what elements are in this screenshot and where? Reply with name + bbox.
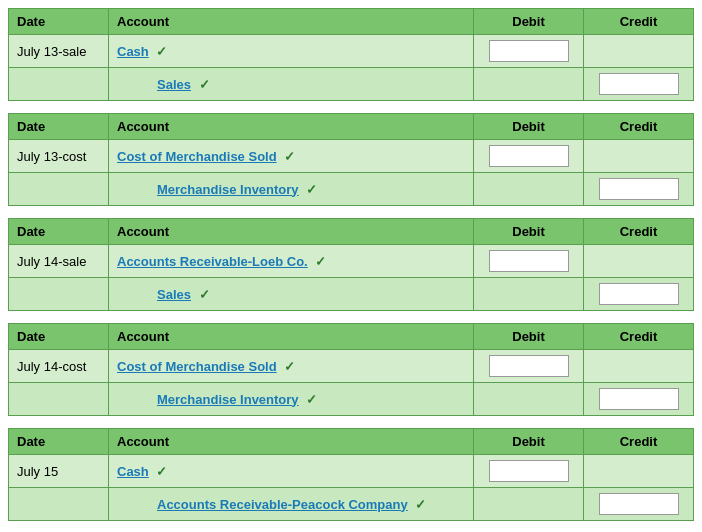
table-row: July 14-sale Accounts Receivable-Loeb Co… bbox=[9, 245, 694, 278]
checkmark-icon: ✓ bbox=[415, 497, 426, 512]
account-name-sales-1[interactable]: Sales bbox=[157, 77, 191, 92]
account-name-coms-2[interactable]: Cost of Merchandise Sold bbox=[117, 359, 277, 374]
table-row: Sales ✓ bbox=[9, 278, 694, 311]
debit-cell bbox=[474, 383, 584, 416]
debit-input[interactable] bbox=[489, 250, 569, 272]
col-date-1: Date bbox=[9, 9, 109, 35]
debit-cell bbox=[474, 140, 584, 173]
account-name-mi-2[interactable]: Merchandise Inventory bbox=[157, 392, 299, 407]
journal-table-5: Date Account Debit Credit July 15 Cash ✓… bbox=[8, 428, 694, 521]
debit-cell bbox=[474, 455, 584, 488]
col-debit-4: Debit bbox=[474, 324, 584, 350]
credit-cell bbox=[584, 173, 694, 206]
account-name-arloeb[interactable]: Accounts Receivable-Loeb Co. bbox=[117, 254, 308, 269]
account-cell: Cash ✓ bbox=[109, 35, 474, 68]
checkmark-icon: ✓ bbox=[306, 182, 317, 197]
col-credit-1: Credit bbox=[584, 9, 694, 35]
credit-cell bbox=[584, 68, 694, 101]
col-account-5: Account bbox=[109, 429, 474, 455]
account-name-cash-1[interactable]: Cash bbox=[117, 44, 149, 59]
debit-cell bbox=[474, 488, 584, 521]
account-name-mi-1[interactable]: Merchandise Inventory bbox=[157, 182, 299, 197]
debit-cell bbox=[474, 35, 584, 68]
debit-cell bbox=[474, 173, 584, 206]
account-cell: Cost of Merchandise Sold ✓ bbox=[109, 350, 474, 383]
col-credit-5: Credit bbox=[584, 429, 694, 455]
credit-cell bbox=[584, 140, 694, 173]
date-label: July 15 bbox=[17, 464, 58, 479]
checkmark-icon: ✓ bbox=[199, 287, 210, 302]
journal-table-2: Date Account Debit Credit July 13-cost C… bbox=[8, 113, 694, 206]
date-cell: July 14-cost bbox=[9, 350, 109, 383]
journal-table-1: Date Account Debit Credit July 13-sale C… bbox=[8, 8, 694, 101]
checkmark-icon: ✓ bbox=[284, 149, 295, 164]
date-label: July 14-cost bbox=[17, 359, 86, 374]
debit-input[interactable] bbox=[489, 145, 569, 167]
date-cell bbox=[9, 173, 109, 206]
table-row: July 13-cost Cost of Merchandise Sold ✓ bbox=[9, 140, 694, 173]
col-credit-3: Credit bbox=[584, 219, 694, 245]
date-label: July 13-sale bbox=[17, 44, 86, 59]
date-label: July 14-sale bbox=[17, 254, 86, 269]
credit-input[interactable] bbox=[599, 283, 679, 305]
date-cell bbox=[9, 278, 109, 311]
credit-cell bbox=[584, 245, 694, 278]
credit-cell bbox=[584, 278, 694, 311]
account-cell: Merchandise Inventory ✓ bbox=[109, 383, 474, 416]
checkmark-icon: ✓ bbox=[306, 392, 317, 407]
journal-table-4: Date Account Debit Credit July 14-cost C… bbox=[8, 323, 694, 416]
account-cell: Merchandise Inventory ✓ bbox=[109, 173, 474, 206]
col-credit-4: Credit bbox=[584, 324, 694, 350]
date-label: July 13-cost bbox=[17, 149, 86, 164]
account-cell: Cash ✓ bbox=[109, 455, 474, 488]
checkmark-icon: ✓ bbox=[315, 254, 326, 269]
credit-cell bbox=[584, 383, 694, 416]
credit-cell bbox=[584, 350, 694, 383]
checkmark-icon: ✓ bbox=[156, 464, 167, 479]
credit-input[interactable] bbox=[599, 388, 679, 410]
col-debit-5: Debit bbox=[474, 429, 584, 455]
debit-cell bbox=[474, 278, 584, 311]
table-row: Merchandise Inventory ✓ bbox=[9, 383, 694, 416]
date-cell: July 15 bbox=[9, 455, 109, 488]
account-name-sales-2[interactable]: Sales bbox=[157, 287, 191, 302]
date-cell: July 13-sale bbox=[9, 35, 109, 68]
checkmark-icon: ✓ bbox=[156, 44, 167, 59]
table-row: Merchandise Inventory ✓ bbox=[9, 173, 694, 206]
col-date-3: Date bbox=[9, 219, 109, 245]
col-debit-2: Debit bbox=[474, 114, 584, 140]
checkmark-icon: ✓ bbox=[284, 359, 295, 374]
credit-cell bbox=[584, 488, 694, 521]
debit-input[interactable] bbox=[489, 460, 569, 482]
account-name-cash-2[interactable]: Cash bbox=[117, 464, 149, 479]
credit-input[interactable] bbox=[599, 178, 679, 200]
account-cell: Sales ✓ bbox=[109, 68, 474, 101]
debit-input[interactable] bbox=[489, 40, 569, 62]
date-cell bbox=[9, 383, 109, 416]
table-row: July 14-cost Cost of Merchandise Sold ✓ bbox=[9, 350, 694, 383]
account-cell: Accounts Receivable-Peacock Company ✓ bbox=[109, 488, 474, 521]
account-name-coms-1[interactable]: Cost of Merchandise Sold bbox=[117, 149, 277, 164]
date-cell: July 14-sale bbox=[9, 245, 109, 278]
credit-cell bbox=[584, 35, 694, 68]
account-name-arpeacock[interactable]: Accounts Receivable-Peacock Company bbox=[157, 497, 408, 512]
table-row: July 13-sale Cash ✓ bbox=[9, 35, 694, 68]
account-cell: Sales ✓ bbox=[109, 278, 474, 311]
credit-input[interactable] bbox=[599, 73, 679, 95]
col-date-5: Date bbox=[9, 429, 109, 455]
date-cell: July 13-cost bbox=[9, 140, 109, 173]
credit-input[interactable] bbox=[599, 493, 679, 515]
col-debit-1: Debit bbox=[474, 9, 584, 35]
account-cell: Cost of Merchandise Sold ✓ bbox=[109, 140, 474, 173]
debit-cell bbox=[474, 245, 584, 278]
debit-input[interactable] bbox=[489, 355, 569, 377]
checkmark-icon: ✓ bbox=[199, 77, 210, 92]
col-date-2: Date bbox=[9, 114, 109, 140]
journal-table-3: Date Account Debit Credit July 14-sale A… bbox=[8, 218, 694, 311]
col-date-4: Date bbox=[9, 324, 109, 350]
col-credit-2: Credit bbox=[584, 114, 694, 140]
debit-cell bbox=[474, 350, 584, 383]
table-row: Sales ✓ bbox=[9, 68, 694, 101]
table-row: Accounts Receivable-Peacock Company ✓ bbox=[9, 488, 694, 521]
col-account-1: Account bbox=[109, 9, 474, 35]
